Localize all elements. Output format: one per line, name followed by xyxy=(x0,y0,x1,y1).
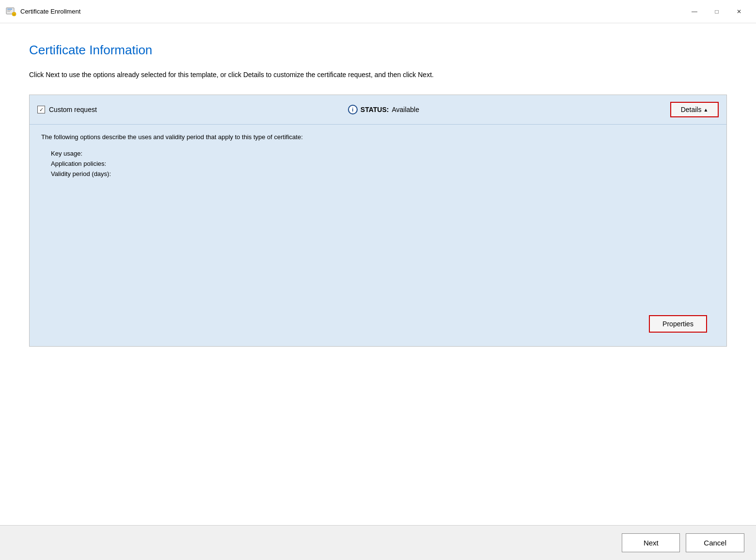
cert-body-description: The following options describe the uses … xyxy=(41,132,715,142)
properties-button[interactable]: Properties xyxy=(649,315,707,333)
title-bar-left: Certificate Enrollment xyxy=(6,6,80,17)
page-description: Click Next to use the options already se… xyxy=(29,69,465,80)
certificate-icon xyxy=(6,6,16,17)
cancel-button[interactable]: Cancel xyxy=(686,533,744,552)
status-label: STATUS: xyxy=(361,106,389,113)
cert-card-header: Custom request i STATUS: Available Detai… xyxy=(30,95,726,125)
cert-card: Custom request i STATUS: Available Detai… xyxy=(29,95,727,347)
svg-rect-2 xyxy=(7,10,11,11)
details-button[interactable]: Details xyxy=(670,102,719,117)
cert-field-key-usage: Key usage: xyxy=(51,150,715,157)
status-value: Available xyxy=(392,106,419,113)
cert-checkbox[interactable] xyxy=(37,106,45,113)
cert-field-app-policies: Application policies: xyxy=(51,160,715,167)
cert-card-body: The following options describe the uses … xyxy=(30,125,726,346)
info-icon: i xyxy=(348,105,358,114)
title-bar-title: Certificate Enrollment xyxy=(20,8,80,15)
svg-rect-3 xyxy=(7,11,10,12)
minimize-button[interactable]: — xyxy=(683,4,706,19)
maximize-button[interactable]: □ xyxy=(706,4,728,19)
title-bar: Certificate Enrollment — □ ✕ xyxy=(0,0,756,23)
cert-status: i STATUS: Available xyxy=(348,105,419,114)
cert-fields: Key usage: Application policies: Validit… xyxy=(41,150,715,177)
title-bar-controls: — □ ✕ xyxy=(683,4,750,19)
cert-name: Custom request xyxy=(49,106,97,113)
page-title: Certificate Information xyxy=(29,43,727,58)
cert-checkbox-wrapper[interactable]: Custom request xyxy=(37,106,97,113)
next-button[interactable]: Next xyxy=(622,533,680,552)
cert-card-footer: Properties xyxy=(41,309,715,338)
svg-rect-1 xyxy=(7,9,12,10)
cert-field-validity: Validity period (days): xyxy=(51,170,715,177)
main-content: Certificate Information Click Next to us… xyxy=(0,23,756,525)
close-button[interactable]: ✕ xyxy=(728,4,750,19)
dialog-footer: Next Cancel xyxy=(0,525,756,560)
